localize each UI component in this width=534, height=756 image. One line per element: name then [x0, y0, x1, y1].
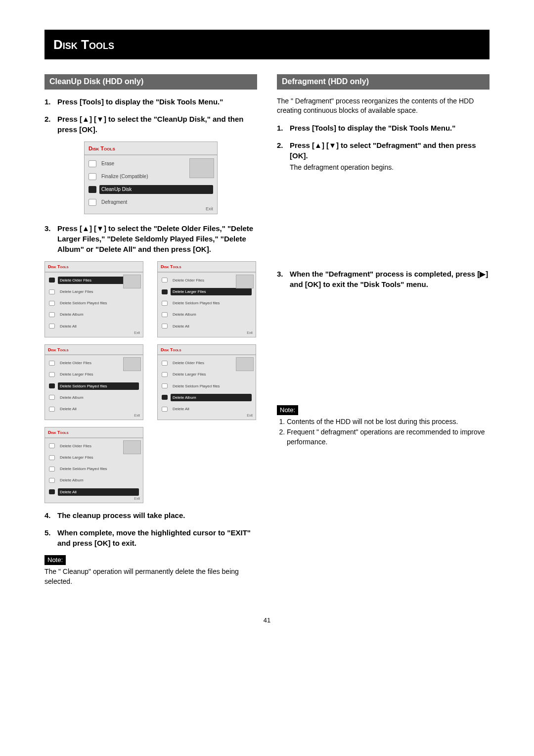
file-icon [162, 407, 168, 412]
list-item: Delete Album [161, 309, 253, 320]
file-icon [49, 278, 55, 283]
file-icon [49, 372, 55, 377]
cleanup-panel-1: Disk Tools Delete Older Files Delete Lar… [157, 261, 256, 337]
panel-label: Delete Seldom Played files [171, 299, 252, 307]
defragment-step-2: Press [▲] [▼] to select "Defragment" and… [277, 140, 490, 173]
panel-title: Disk Tools [45, 262, 143, 273]
file-icon [49, 312, 55, 317]
defragment-steps: Press [Tools] to display the "Disk Tools… [277, 123, 490, 173]
defragment-notes: Contents of the HDD will not be lost dur… [277, 417, 490, 447]
panel-item-cleanup: CleanUp Disk [88, 183, 214, 196]
panel-label: Delete Larger Files [58, 454, 139, 461]
cleanup-panel-3: Disk Tools Delete Older Files Delete Lar… [157, 344, 256, 421]
file-icon [162, 289, 168, 294]
panel-title: Disk Tools [45, 345, 143, 356]
cleanup-steps-final: The cleanup process will take place. Whe… [44, 510, 257, 548]
panel-label: Delete Larger Files [171, 371, 252, 378]
defragment-step-1: Press [Tools] to display the "Disk Tools… [277, 123, 490, 133]
panel-preview-box [123, 275, 141, 288]
list-item: Delete All [48, 321, 140, 332]
erase-icon [89, 160, 96, 167]
defragment-icon [89, 199, 96, 206]
panel-label: Delete Larger Files [58, 288, 139, 295]
panel-label: Delete All [58, 405, 139, 413]
panel-exit: Exit [134, 496, 140, 501]
panel-title: Disk Tools [158, 262, 256, 273]
file-icon [49, 455, 55, 460]
file-icon [49, 289, 55, 294]
file-icon [162, 372, 168, 377]
list-item: Delete All [48, 403, 140, 415]
file-icon [162, 383, 168, 388]
cleanup-panel-2: Disk Tools Delete Older Files Delete Lar… [44, 344, 143, 421]
panel-preview-box [123, 357, 141, 371]
cleanup-step-3: Press [▲] [▼] to select the "Delete Olde… [44, 223, 257, 254]
panel-label: Delete Album [58, 476, 139, 484]
file-icon [49, 478, 55, 483]
list-item: Delete Seldom Played files [48, 463, 140, 474]
file-icon [49, 301, 55, 306]
section-cleanup-header: CleanUp Disk (HDD only) [44, 74, 257, 89]
panel-label: Delete Album [171, 311, 252, 318]
cleanup-panels-row-3: Disk Tools Delete Older Files Delete Lar… [44, 427, 257, 503]
defragment-step-2-sub: The defragment operation begins. [290, 163, 490, 173]
file-icon [162, 312, 168, 317]
panel-label: Delete All [171, 323, 252, 330]
list-item: Delete Seldom Played files [161, 297, 253, 309]
disk-tools-panel-main: Disk Tools Erase Finalize (Compatible) C… [84, 142, 218, 214]
cleanup-panels-row-2: Disk Tools Delete Older Files Delete Lar… [44, 344, 257, 421]
panel-exit: Exit [247, 413, 253, 418]
list-item: Delete All [48, 486, 140, 498]
file-icon [162, 324, 168, 329]
note-label: Note: [277, 405, 298, 415]
defragment-note-2: Frequent " defragment" operations are re… [287, 427, 490, 447]
cleanup-icon [89, 186, 96, 193]
panel-label: Delete Larger Files [58, 371, 139, 378]
file-icon [49, 383, 55, 388]
file-icon [49, 489, 55, 494]
cleanup-note-text: The " Cleanup" operation will permanentl… [44, 567, 257, 586]
panel-label: Delete Seldom Played files [171, 382, 252, 390]
panel-preview-box [236, 275, 254, 288]
cleanup-steps: Press [Tools] to display the "Disk Tools… [44, 96, 257, 135]
cleanup-steps-cont: Press [▲] [▼] to select the "Delete Olde… [44, 223, 257, 254]
panel-label: Delete All [58, 488, 139, 496]
finalize-icon [89, 173, 96, 180]
list-item: Delete Album [48, 392, 140, 403]
file-icon [49, 443, 55, 448]
panel-title: Disk Tools [45, 427, 143, 438]
panel-exit: Exit [206, 206, 213, 212]
cleanup-panel-4: Disk Tools Delete Older Files Delete Lar… [44, 427, 143, 503]
list-item: Delete Seldom Played files [48, 297, 140, 309]
file-icon [49, 407, 55, 412]
panel-label: Delete Album [58, 311, 139, 318]
file-icon [162, 361, 168, 366]
defragment-intro: The " Defragment" process reorganizes th… [277, 96, 490, 116]
panel-label: Delete All [58, 323, 139, 330]
list-item: Delete All [161, 403, 253, 415]
right-column: Defragment (HDD only) The " Defragment" … [277, 74, 490, 586]
panel-label: Delete Album [171, 394, 252, 401]
list-item: Delete Seldom Played files [48, 380, 140, 392]
file-icon [49, 395, 55, 400]
panel-exit: Exit [134, 413, 140, 418]
panel-label: Delete Seldom Played files [58, 299, 139, 307]
defragment-step-3: When the "Defragment" process is complet… [277, 269, 490, 289]
file-icon [49, 324, 55, 329]
list-item: Delete Seldom Played files [161, 380, 253, 392]
panel-title: Disk Tools [85, 142, 217, 155]
list-item: Delete Album [161, 392, 253, 403]
cleanup-step-1: Press [Tools] to display the "Disk Tools… [44, 96, 257, 107]
cleanup-step-2: Press [▲] [▼] to select the "CleanUp Dis… [44, 114, 257, 135]
file-icon [162, 395, 168, 400]
panel-label: Delete Album [58, 394, 139, 401]
file-icon [162, 278, 168, 283]
panel-item-defragment: Defragment [88, 196, 214, 209]
page-title: Disk Tools [44, 30, 490, 59]
note-label: Note: [44, 555, 66, 565]
panel-exit: Exit [134, 331, 140, 335]
panel-label: CleanUp Disk [99, 185, 213, 194]
list-item: Delete All [161, 321, 253, 332]
section-defragment-header: Defragment (HDD only) [277, 74, 490, 89]
panel-label: Delete Seldom Played files [58, 382, 139, 390]
